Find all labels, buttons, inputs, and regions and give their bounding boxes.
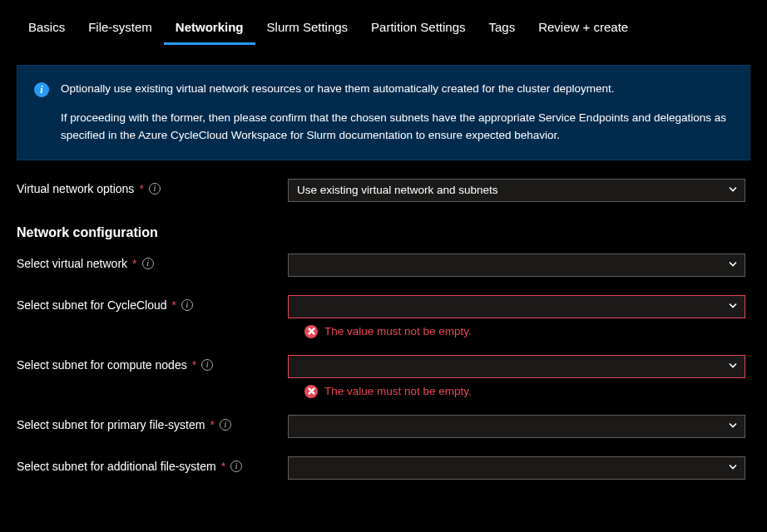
select-subnet-primary-fs-label: Select subnet for primary file-system * …	[17, 415, 275, 431]
select-subnet-cyclecloud-label: Select subnet for CycleCloud * i	[17, 295, 275, 312]
required-marker: *	[139, 182, 143, 195]
error-text: The value must not be empty.	[324, 385, 472, 397]
error-text: The value must not be empty.	[324, 325, 472, 337]
label-text: Select subnet for additional file-system	[17, 460, 216, 473]
info-banner: i Optionally use existing virtual networ…	[17, 65, 750, 160]
info-text: Optionally use existing virtual network …	[61, 81, 733, 145]
select-subnet-primary-fs-dropdown[interactable]	[288, 415, 745, 438]
select-subnet-compute-label: Select subnet for compute nodes * i	[17, 355, 275, 372]
required-marker: *	[172, 298, 176, 312]
select-subnet-additional-fs-dropdown[interactable]	[288, 456, 745, 480]
tab-file-system[interactable]: File-system	[77, 13, 164, 45]
error-subnet-cyclecloud: The value must not be empty.	[304, 325, 750, 338]
info-tooltip-icon[interactable]: i	[201, 359, 213, 371]
required-marker: *	[221, 460, 225, 473]
error-icon	[304, 325, 318, 338]
info-tooltip-icon[interactable]: i	[142, 258, 154, 269]
chevron-down-icon	[728, 420, 738, 432]
label-text: Select subnet for primary file-system	[17, 418, 205, 431]
network-config-heading: Network configuration	[0, 225, 767, 240]
required-marker: *	[132, 257, 136, 270]
tab-networking[interactable]: Networking	[164, 13, 255, 45]
error-subnet-compute: The value must not be empty.	[304, 385, 750, 398]
select-vnet-label: Select virtual network * i	[17, 254, 275, 270]
info-tooltip-icon[interactable]: i	[230, 461, 242, 472]
label-text: Select subnet for CycleCloud	[17, 298, 167, 312]
tab-slurm-settings[interactable]: Slurm Settings	[255, 13, 360, 45]
chevron-down-icon	[728, 300, 738, 313]
chevron-down-icon	[728, 259, 738, 271]
info-icon: i	[34, 82, 49, 97]
select-subnet-compute-dropdown[interactable]	[288, 355, 745, 378]
info-tooltip-icon[interactable]: i	[181, 299, 193, 311]
required-marker: *	[210, 418, 214, 431]
label-text: Virtual network options	[17, 182, 134, 195]
select-subnet-cyclecloud-dropdown[interactable]	[288, 295, 745, 318]
chevron-down-icon	[728, 184, 738, 196]
error-icon	[304, 385, 318, 398]
info-line-1: Optionally use existing virtual network …	[61, 81, 733, 98]
label-text: Select subnet for compute nodes	[17, 358, 187, 372]
select-vnet-dropdown[interactable]	[288, 254, 745, 277]
info-tooltip-icon[interactable]: i	[220, 419, 231, 431]
vnet-options-select[interactable]: Use existing virtual network and subnets	[288, 179, 745, 202]
tab-partition-settings[interactable]: Partition Settings	[359, 13, 477, 45]
required-marker: *	[192, 358, 196, 372]
tab-tags[interactable]: Tags	[478, 13, 527, 45]
info-line-2: If proceeding with the former, then plea…	[61, 110, 733, 145]
select-value: Use existing virtual network and subnets	[297, 184, 498, 196]
chevron-down-icon	[728, 360, 738, 372]
chevron-down-icon	[728, 461, 738, 474]
info-tooltip-icon[interactable]: i	[149, 183, 161, 195]
tab-basics[interactable]: Basics	[17, 13, 77, 45]
vnet-options-label: Virtual network options * i	[17, 179, 275, 195]
select-subnet-additional-fs-label: Select subnet for additional file-system…	[17, 456, 275, 473]
label-text: Select virtual network	[17, 257, 127, 270]
tab-bar: Basics File-system Networking Slurm Sett…	[0, 0, 767, 45]
tab-review-create[interactable]: Review + create	[527, 13, 640, 45]
